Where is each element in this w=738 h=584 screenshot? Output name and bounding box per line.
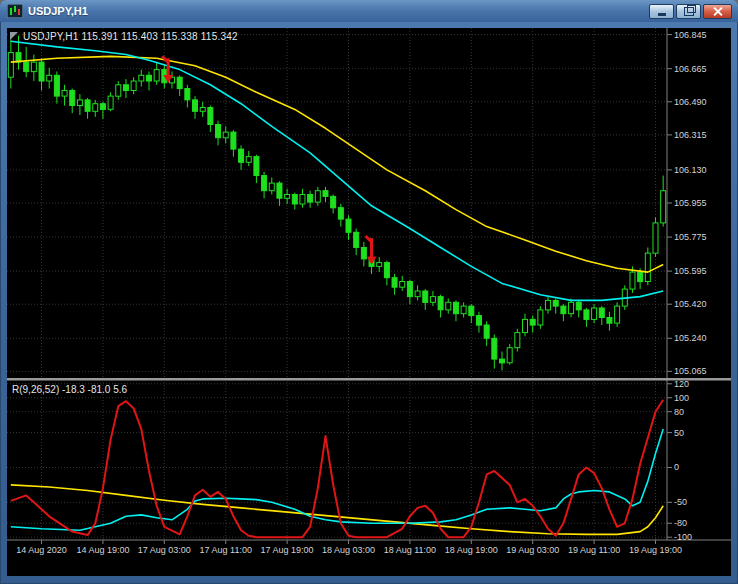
chart-canvas[interactable]	[7, 28, 731, 576]
time-axis-label: 17 Aug 19:00	[253, 545, 321, 555]
restore-icon	[684, 7, 694, 16]
sell-arrow-icon	[366, 236, 377, 265]
restore-button[interactable]	[676, 4, 701, 19]
time-axis-label: 18 Aug 19:00	[437, 545, 505, 555]
time-axis[interactable]: 14 Aug 202014 Aug 19:0017 Aug 03:0017 Au…	[7, 540, 731, 576]
price-axis-label: 105.240	[674, 333, 707, 343]
time-axis-label: 18 Aug 11:00	[376, 545, 444, 555]
close-icon	[712, 6, 723, 17]
minimize-button[interactable]	[649, 4, 674, 19]
indicator-label: R(9,26,52) -18.3 -81.0 5.6	[12, 384, 127, 395]
indicator-axis-label: 50	[674, 428, 684, 438]
time-axis-label: 14 Aug 19:00	[69, 545, 137, 555]
price-axis[interactable]: 106.845106.665106.490106.315106.130105.9…	[667, 28, 731, 540]
ohlc-label: USDJPY,H1 115.391 115.403 115.338 115.34…	[23, 31, 238, 42]
price-axis-label: 106.490	[674, 97, 707, 107]
time-axis-label: 19 Aug 19:00	[621, 545, 689, 555]
price-axis-label: 106.665	[674, 64, 707, 74]
time-axis-label: 14 Aug 2020	[8, 545, 76, 555]
price-axis-label: 105.420	[674, 299, 707, 309]
indicator-axis-label: 120	[674, 379, 689, 389]
window-controls	[649, 4, 732, 19]
time-axis-label: 17 Aug 11:00	[192, 545, 260, 555]
price-axis-label: 106.315	[674, 130, 707, 140]
indicator-axis-label: -80	[674, 518, 687, 528]
close-button[interactable]	[703, 4, 732, 19]
time-axis-label: 17 Aug 03:00	[130, 545, 198, 555]
indicator-axis-label: -50	[674, 497, 687, 507]
price-axis-label: 105.595	[674, 266, 707, 276]
indicator-axis-label: 80	[674, 407, 684, 417]
one-click-trading-icon[interactable]	[10, 32, 18, 40]
price-axis-label: 105.065	[674, 366, 707, 376]
price-axis-label: 106.130	[674, 165, 707, 175]
indicator-axis-label: 0	[674, 462, 679, 472]
time-axis-label: 18 Aug 03:00	[315, 545, 383, 555]
minimize-icon	[658, 10, 666, 16]
price-axis-label: 106.845	[674, 30, 707, 40]
chart-window: USDJPY,H1 115.391 115.403 115.338 115.34…	[7, 28, 731, 576]
window-title: USDJPY,H1	[28, 5, 88, 17]
indicator-axis-label: 100	[674, 393, 689, 403]
price-axis-label: 105.775	[674, 232, 707, 242]
title-bar[interactable]: USDJPY,H1	[0, 0, 738, 22]
app-icon	[7, 4, 23, 18]
time-axis-label: 19 Aug 11:00	[560, 545, 628, 555]
time-axis-label: 19 Aug 03:00	[499, 545, 567, 555]
application-window: USDJPY,H1 USDJPY,H1 115.391 115.403 115.…	[0, 0, 738, 584]
price-axis-label: 105.955	[674, 198, 707, 208]
